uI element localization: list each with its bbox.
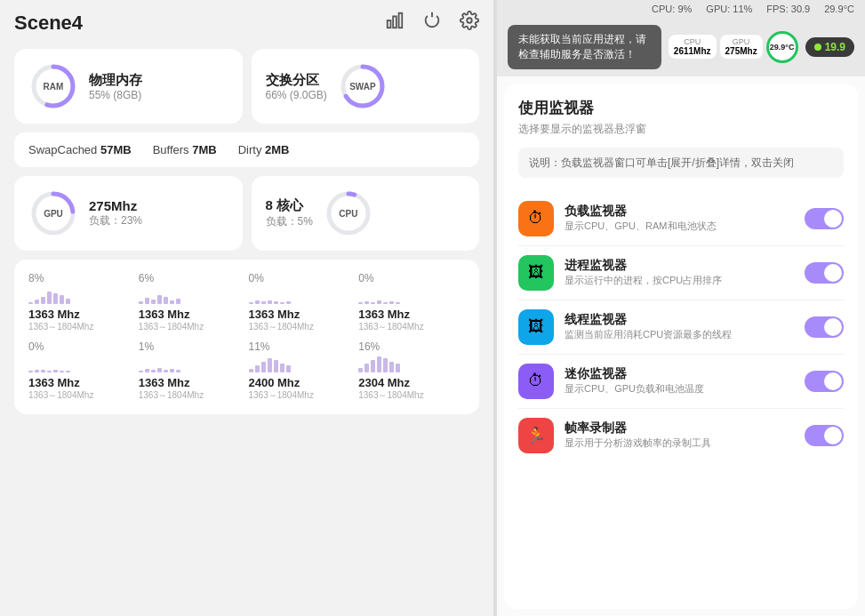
right-panel: CPU: 9% GPU: 11% FPS: 30.9 29.9°C 未能获取当前…: [497, 0, 865, 616]
core-bar-0-6: [66, 299, 70, 304]
core-rows: 8%1363 Mhz1363～1804Mhz6%1363 Mhz1363～180…: [28, 272, 465, 402]
core-bar-1-5: [170, 300, 174, 304]
monitor-title: 使用监视器: [518, 98, 844, 118]
gpu-label: GPU: [44, 209, 63, 219]
header: Scene4: [14, 11, 479, 35]
core-bar-5-6: [176, 370, 180, 372]
ram-title: 物理内存: [89, 72, 142, 89]
core-bars-7: [358, 355, 400, 372]
cpu-card: 8 核心 负载：5% CPU: [252, 176, 480, 251]
power-icon[interactable]: [422, 11, 442, 35]
core-bar-4-4: [53, 370, 58, 372]
core-bar-0-0: [28, 302, 33, 304]
core-range-2: 1363～1804Mhz: [249, 321, 314, 333]
monitor-toggle-thread-monitor[interactable]: [805, 316, 844, 338]
core-bar-1-1: [145, 298, 149, 304]
core-range-3: 1363～1804Mhz: [358, 321, 423, 333]
core-bar-7-4: [383, 358, 388, 372]
status-temp: 29.9°C: [824, 4, 854, 14]
monitor-toggle-fps-recorder[interactable]: [805, 425, 844, 446]
monitor-desc: 说明：负载监视器窗口可单击[展开/折叠]详情，双击关闭: [518, 148, 844, 178]
swap-label: SWAP: [349, 82, 375, 92]
core-pct-0: 8%: [28, 272, 44, 284]
monitor-text-mini-monitor: 迷你监视器显示CPU、GPU负载和电池温度: [565, 366, 794, 396]
monitor-toggle-process-monitor[interactable]: [805, 262, 844, 284]
mini-monitors: CPU 2611Mhz GPU 275Mhz 29.9°C: [669, 31, 798, 63]
core-bar-7-6: [396, 364, 400, 372]
core-bar-2-5: [280, 302, 284, 304]
core-item-0: 8%1363 Mhz1363～1804Mhz: [28, 272, 135, 333]
core-bars-0: [28, 286, 70, 304]
core-pct-2: 0%: [249, 272, 264, 284]
core-bar-6-4: [274, 360, 278, 372]
gpu-card: GPU 275Mhz 负载：23%: [14, 176, 243, 251]
swap-cached: SwapCached 57MB: [28, 143, 132, 156]
core-bar-4-2: [41, 370, 45, 372]
svg-rect-1: [393, 16, 396, 28]
core-bar-5-4: [164, 370, 168, 372]
swap-card: 交换分区 66% (9.0GB) SWAP: [252, 49, 480, 124]
swap-subtitle: 66% (9.0GB): [266, 89, 327, 101]
mini-temp-circle: 29.9°C: [766, 31, 798, 63]
monitor-subtitle: 选择要显示的监视器悬浮窗: [518, 122, 844, 137]
core-item-4: 0%1363 Mhz1363～1804Mhz: [28, 340, 135, 402]
monitor-text-load-monitor: 负载监视器显示CPU、GPU、RAM和电池状态: [565, 204, 794, 233]
monitor-item-thread-monitor: 🖼线程监视器监测当前应用消耗CPU资源最多的线程: [518, 300, 844, 355]
core-pct-1: 6%: [139, 272, 154, 284]
core-mhz-0: 1363 Mhz: [28, 308, 80, 321]
monitor-name-process-monitor: 进程监视器: [565, 258, 794, 274]
monitor-icon-thread-monitor: 🖼: [518, 309, 554, 345]
core-mhz-1: 1363 Mhz: [139, 308, 190, 321]
header-icons: [385, 11, 479, 35]
core-bar-1-2: [151, 300, 156, 304]
gpu-freq: 275Mhz: [89, 198, 142, 213]
core-bar-4-5: [60, 371, 64, 372]
notification-text: 未能获取当前应用进程，请检查辅助服务是否激活！: [508, 25, 661, 69]
core-bar-0-5: [60, 295, 64, 304]
swap-ring: SWAP: [338, 61, 388, 111]
core-bar-5-5: [170, 369, 174, 372]
svg-point-3: [467, 18, 472, 23]
core-grid: 8%1363 Mhz1363～1804Mhz6%1363 Mhz1363～180…: [14, 260, 479, 414]
monitor-item-fps-recorder: 🏃帧率录制器显示用于分析游戏帧率的录制工具: [518, 409, 844, 462]
core-pct-6: 11%: [249, 340, 270, 353]
core-mhz-2: 1363 Mhz: [249, 308, 300, 321]
status-fps: FPS: 30.9: [766, 4, 810, 14]
buffers: Buffers 7MB: [153, 143, 217, 156]
core-bar-2-2: [261, 301, 266, 304]
core-bar-3-1: [364, 301, 369, 304]
svg-rect-0: [388, 20, 391, 28]
mini-cpu-val: 2611Mhz: [674, 46, 711, 56]
core-bar-7-0: [358, 368, 363, 372]
monitor-desc-thread-monitor: 监测当前应用消耗CPU资源最多的线程: [565, 328, 794, 341]
core-bar-7-2: [371, 360, 375, 372]
core-item-7: 16%2304 Mhz1363～1804Mhz: [358, 340, 465, 402]
monitor-toggle-mini-monitor[interactable]: [805, 371, 844, 392]
monitor-name-thread-monitor: 线程监视器: [565, 312, 794, 328]
core-bar-6-1: [255, 365, 260, 372]
ram-ring: RAM: [28, 61, 78, 111]
gpu-ring: GPU: [28, 188, 78, 238]
monitor-toggle-load-monitor[interactable]: [805, 208, 844, 229]
monitor-text-process-monitor: 进程监视器显示运行中的进程，按CPU占用排序: [565, 258, 794, 287]
cpu-load: 负载：5%: [266, 214, 313, 229]
fps-dot: [814, 44, 821, 51]
core-bars-3: [358, 286, 400, 304]
mini-gpu-val: 275Mhz: [725, 46, 757, 56]
gpu-load: 负载：23%: [89, 213, 142, 228]
core-range-7: 1363～1804Mhz: [358, 389, 423, 402]
swap-title: 交换分区: [266, 72, 327, 89]
core-bar-3-4: [383, 302, 388, 304]
core-bar-5-0: [139, 371, 143, 372]
monitor-text-thread-monitor: 线程监视器监测当前应用消耗CPU资源最多的线程: [565, 312, 794, 341]
core-bar-4-1: [35, 370, 39, 372]
core-bar-6-0: [249, 369, 253, 372]
core-mhz-3: 1363 Mhz: [358, 308, 410, 321]
monitor-items-list: ⏱负载监视器显示CPU、GPU、RAM和电池状态🖼进程监视器显示运行中的进程，按…: [518, 192, 844, 462]
settings-icon[interactable]: [460, 11, 479, 35]
core-pct-5: 1%: [139, 340, 154, 353]
monitor-item-load-monitor: ⏱负载监视器显示CPU、GPU、RAM和电池状态: [518, 192, 844, 246]
app-title: Scene4: [14, 12, 385, 35]
core-bar-1-3: [157, 295, 162, 304]
chart-icon[interactable]: [385, 11, 404, 35]
